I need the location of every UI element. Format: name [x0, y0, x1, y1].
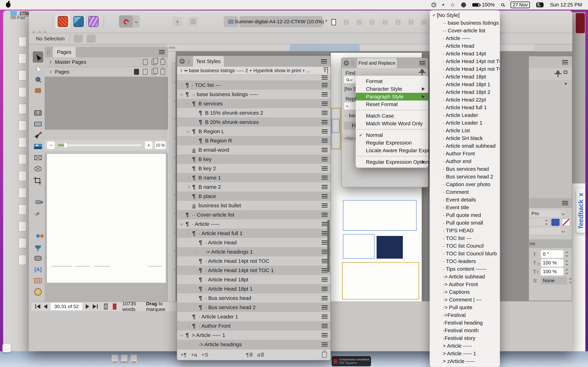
row-menu-icon[interactable] — [322, 324, 328, 328]
paragraph-style-option[interactable]: ·Festival month — [430, 327, 500, 334]
delete-style-icon[interactable] — [322, 352, 327, 358]
chevron-icon[interactable] — [185, 323, 191, 329]
finder-file-thumb[interactable] — [18, 204, 26, 215]
paragraph-style-option[interactable]: ·· base business listings ----- — [430, 19, 500, 27]
row-menu-icon[interactable] — [322, 315, 328, 319]
torus-tool[interactable] — [33, 286, 43, 297]
paragraph-style-option[interactable]: · Article Head 18pt — [430, 73, 500, 81]
paragraph-style-option[interactable]: ·· Cover-article list — [430, 27, 500, 34]
paragraph-style-option[interactable]: · Article List — [430, 127, 500, 134]
paragraph-style-option[interactable]: ·>Festival — [430, 311, 500, 319]
apple-icon[interactable] — [6, 2, 10, 8]
page-number-field[interactable]: 30,31 of 52 — [51, 303, 82, 310]
chevron-icon[interactable] — [185, 175, 191, 180]
panel-menu-icon[interactable] — [159, 50, 165, 54]
master-pages-row[interactable]: Master Pages — [45, 57, 168, 67]
text-style-row[interactable]: · Author Front — [177, 321, 330, 331]
text-style-row[interactable]: B services — [177, 99, 330, 108]
menu-option[interactable]: Normal — [356, 131, 428, 139]
font-family-field[interactable]: Pro — [530, 210, 560, 217]
tab-text-styles[interactable]: Text Styles — [193, 56, 224, 67]
snapping-options-chevron[interactable] — [133, 15, 140, 28]
text-style-row[interactable]: B email-word — [177, 145, 330, 154]
ellipse-frame-tool[interactable] — [33, 163, 43, 175]
finder-file-thumb[interactable] — [18, 121, 26, 131]
chevron-icon[interactable] — [179, 75, 184, 80]
row-menu-icon[interactable] — [322, 222, 328, 226]
text-style-row[interactable]: · Bus services head — [177, 293, 330, 303]
find-options-gear-icon[interactable] — [420, 70, 424, 73]
trash-icon[interactable] — [160, 59, 165, 65]
paragraph-style-option[interactable]: · Article ----- — [430, 34, 500, 42]
page-frame-blue[interactable] — [343, 234, 374, 259]
spotlight-icon[interactable] — [501, 3, 504, 6]
paragraph-style-option[interactable]: · Article Leader — [430, 111, 500, 119]
chevron-icon[interactable] — [185, 342, 191, 347]
finder-file-thumb[interactable] — [18, 171, 26, 181]
paragraph-style-option[interactable]: ·> Pull quote — [430, 304, 500, 311]
text-style-row[interactable]: · TOC list --- — [177, 80, 330, 90]
text-style-row[interactable]: · Article Head — [177, 238, 330, 247]
text-style-row[interactable]: · Article Head 18pt — [177, 275, 330, 284]
paragraph-style-option[interactable]: · Event details — [430, 196, 500, 204]
chevron-icon[interactable] — [185, 314, 191, 319]
finder-file-thumb[interactable] — [18, 238, 26, 248]
vertical-scale-field[interactable]: 100 % — [541, 268, 563, 275]
snapping-button[interactable] — [119, 15, 133, 28]
rotation-field[interactable]: 0 ° — [541, 250, 563, 258]
chevron-icon[interactable] — [192, 119, 197, 125]
page-frame-blue[interactable] — [332, 119, 339, 133]
publisher-persona-icon[interactable] — [58, 16, 68, 27]
tool-separator[interactable] — [33, 96, 43, 107]
zoom-value[interactable]: 10 % — [155, 141, 166, 149]
row-menu-icon[interactable] — [322, 185, 328, 189]
paragraph-style-option[interactable]: [No Style] — [430, 11, 500, 19]
paragraph-style-option[interactable]: · Article Head 18pt 1 — [430, 81, 500, 88]
paragraph-style-option[interactable]: · Bus services head — [430, 165, 500, 173]
menu-option[interactable]: Character Style — [356, 85, 428, 93]
row-menu-icon[interactable] — [322, 166, 328, 171]
finder-file-thumb[interactable] — [18, 137, 26, 148]
row-menu-icon[interactable] — [322, 75, 328, 80]
text-style-row[interactable]: B Region R — [177, 136, 330, 145]
row-menu-icon[interactable] — [322, 241, 328, 245]
paragraph-style-option[interactable]: · Event title — [430, 204, 500, 211]
row-menu-icon[interactable] — [322, 250, 328, 254]
chevron-icon[interactable] — [179, 92, 184, 97]
last-page-button[interactable] — [93, 304, 98, 309]
menu-option[interactable]: Regular Expression — [356, 139, 428, 147]
row-menu-icon[interactable] — [322, 333, 328, 337]
chevron-icon[interactable] — [185, 129, 191, 134]
finder-file-thumb[interactable] — [18, 154, 26, 164]
paragraph-style-option[interactable]: · Article small subhead — [430, 142, 500, 150]
panel-drag-handle[interactable]: || — [351, 60, 355, 66]
text-style-row[interactable] — [177, 75, 330, 80]
chevron-icon[interactable] — [179, 333, 184, 338]
row-menu-icon[interactable] — [322, 139, 328, 143]
chevron-icon[interactable] — [192, 286, 197, 292]
chevron-icon[interactable] — [185, 101, 191, 106]
page-frame-blue[interactable] — [343, 200, 416, 231]
context-button[interactable] — [87, 35, 96, 43]
finder-file-thumb[interactable] — [18, 255, 26, 265]
preflight-warning-icon[interactable] — [113, 304, 116, 309]
navigator-page-thumbnail[interactable] — [47, 154, 166, 283]
tool-separator[interactable] — [33, 186, 43, 197]
shear-field[interactable]: None — [541, 277, 567, 284]
text-color-swatch[interactable] — [551, 219, 560, 226]
tool-separator[interactable] — [33, 219, 43, 230]
table-tool[interactable] — [33, 275, 43, 286]
add-page-icon[interactable] — [143, 69, 148, 75]
shear-stepper[interactable] — [568, 277, 573, 284]
paragraph-style-option[interactable]: B 15% shrunk-services 2 — [430, 365, 500, 367]
toolbar-icon[interactable] — [342, 17, 352, 27]
time-machine-icon[interactable] — [432, 3, 436, 7]
chevron-icon[interactable] — [185, 203, 191, 208]
trash-icon[interactable] — [160, 69, 165, 75]
text-style-row[interactable]: > Article ----- 1 — [177, 331, 330, 340]
current-style-bar[interactable]: •• base business listings ----- 2 + Hype… — [177, 67, 330, 75]
paragraph-style-option[interactable]: · Tips content ------ — [430, 265, 500, 273]
close-panel-icon[interactable] — [344, 60, 349, 66]
finder-file-thumb[interactable] — [18, 37, 26, 47]
photo-persona-icon[interactable] — [88, 16, 98, 27]
